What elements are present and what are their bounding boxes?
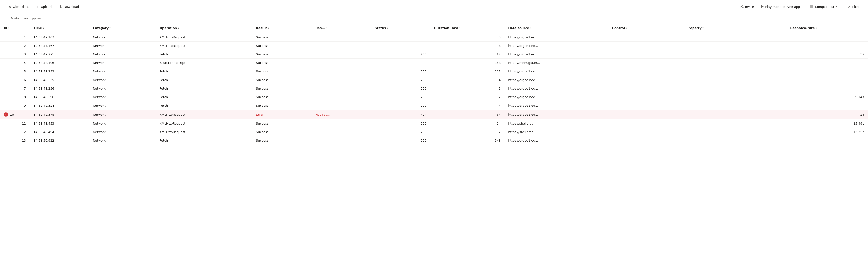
cell-property	[683, 136, 786, 145]
cell-id: 2	[0, 41, 30, 50]
cell-id: 5	[0, 67, 30, 76]
col-header-datasource[interactable]: Data source ▾	[504, 23, 608, 33]
cell-operation: Fetch	[156, 67, 252, 76]
col-header-id[interactable]: Id ▾	[0, 23, 30, 33]
cell-status	[371, 59, 430, 67]
sort-icon-responsesize: ▾	[816, 27, 817, 29]
upload-button[interactable]: ⬆ Upload	[33, 3, 54, 10]
cell-status: 200	[371, 128, 430, 136]
cell-duration: 115	[430, 67, 504, 76]
col-header-result[interactable]: Result ▾	[252, 23, 312, 33]
sort-icon-status: ▾	[387, 27, 388, 29]
col-header-duration[interactable]: Duration (ms) ▾	[430, 23, 504, 33]
cell-result: Success	[252, 41, 312, 50]
cell-time: 14:58:48.453	[30, 119, 89, 128]
cell-datasource: https://mem.gfx.m...	[504, 59, 608, 67]
clear-data-icon: ✕	[8, 5, 11, 9]
sort-icon-control: ▾	[626, 27, 627, 29]
col-header-responsesize[interactable]: Response size ▾	[786, 23, 868, 33]
svg-rect-3	[810, 6, 813, 7]
table-row[interactable]: 614:58:48.235NetworkFetchSuccess2004http…	[0, 76, 868, 84]
cell-datasource: https://shellprod...	[504, 128, 608, 136]
cell-responsesize	[786, 41, 868, 50]
col-header-property[interactable]: Property ▾	[683, 23, 786, 33]
cell-time: 14:58:48.494	[30, 128, 89, 136]
sort-icon-property: ▾	[703, 27, 704, 29]
invite-icon	[740, 4, 744, 9]
compact-list-button[interactable]: Compact list ▾	[807, 3, 839, 10]
play-model-driven-app-button[interactable]: Play model-driven app	[757, 3, 803, 10]
cell-responsesize: 13,352	[786, 128, 868, 136]
cell-datasource: https://orgbe1fed...	[504, 102, 608, 110]
table-row[interactable]: 714:58:48.236NetworkFetchSuccess2005http…	[0, 84, 868, 93]
cell-time: 14:58:47.167	[30, 33, 89, 41]
cell-status: 200	[371, 76, 430, 84]
cell-responsesize	[786, 136, 868, 145]
table-row[interactable]: 514:58:48.233NetworkFetchSuccess200115ht…	[0, 67, 868, 76]
cell-responsesize	[786, 67, 868, 76]
cell-control	[609, 93, 683, 102]
cell-responsesize: 55	[786, 50, 868, 59]
cell-property	[683, 67, 786, 76]
cell-status	[371, 41, 430, 50]
table-row[interactable]: 914:58:48.324NetworkFetchSuccess2004http…	[0, 102, 868, 110]
col-header-res[interactable]: Res... ▾	[312, 23, 371, 33]
table-row[interactable]: 314:58:47.771NetworkFetchSuccess20087htt…	[0, 50, 868, 59]
cell-res	[312, 76, 371, 84]
cell-control	[609, 102, 683, 110]
col-header-status[interactable]: Status ▾	[371, 23, 430, 33]
cell-duration: 24	[430, 119, 504, 128]
cell-control	[609, 136, 683, 145]
cell-status: 404	[371, 110, 430, 119]
cell-responsesize: 25,991	[786, 119, 868, 128]
cell-property	[683, 93, 786, 102]
cell-time: 14:58:48.235	[30, 76, 89, 84]
cell-responsesize	[786, 33, 868, 41]
col-header-time[interactable]: Time ▾	[30, 23, 89, 33]
table-row[interactable]: 1114:58:48.453NetworkXMLHttpRequestSucce…	[0, 119, 868, 128]
compact-list-label: Compact list	[815, 5, 834, 8]
cell-result: Success	[252, 136, 312, 145]
cell-duration: 5	[430, 33, 504, 41]
table-row[interactable]: 114:58:47.167NetworkXMLHttpRequestSucces…	[0, 33, 868, 41]
cell-operation: Fetch	[156, 76, 252, 84]
table-row[interactable]: ✕1014:58:48.378NetworkXMLHttpRequestErro…	[0, 110, 868, 119]
sort-icon-res: ▾	[326, 27, 327, 29]
cell-id: 13	[0, 136, 30, 145]
sort-icon-datasource: ▾	[530, 27, 531, 29]
cell-datasource: https://orgbe1fed...	[504, 41, 608, 50]
download-button[interactable]: ⬇ Download	[56, 3, 82, 10]
table-row[interactable]: 1214:58:48.494NetworkXMLHttpRequestSucce…	[0, 128, 868, 136]
cell-duration: 5	[430, 84, 504, 93]
cell-property	[683, 119, 786, 128]
cell-res: Not Fou...	[312, 110, 371, 119]
svg-rect-4	[810, 7, 813, 8]
cell-control	[609, 67, 683, 76]
play-icon	[761, 5, 764, 9]
table-container: Id ▾ Time ▾ Category ▾	[0, 23, 868, 145]
clear-data-button[interactable]: ✕ Clear data	[6, 4, 32, 10]
cell-id: 6	[0, 76, 30, 84]
table-row[interactable]: 214:58:47.167NetworkXMLHttpRequestSucces…	[0, 41, 868, 50]
table-row[interactable]: 1314:58:50.922NetworkFetchSuccess200348h…	[0, 136, 868, 145]
cell-responsesize: 28	[786, 110, 868, 119]
cell-control	[609, 33, 683, 41]
filter-button[interactable]: Filter	[844, 3, 862, 10]
cell-category: Network	[89, 93, 156, 102]
col-header-operation[interactable]: Operation ▾	[156, 23, 252, 33]
cell-property	[683, 41, 786, 50]
cell-datasource: https://orgbe1fed...	[504, 110, 608, 119]
cell-category: Network	[89, 41, 156, 50]
cell-result: Success	[252, 93, 312, 102]
svg-line-6	[847, 6, 849, 7]
col-header-control[interactable]: Control ▾	[609, 23, 683, 33]
play-label: Play model-driven app	[765, 5, 800, 8]
cell-property	[683, 102, 786, 110]
col-header-category[interactable]: Category ▾	[89, 23, 156, 33]
table-row[interactable]: 414:58:48.106NetworkAssetLoad.ScriptSucc…	[0, 59, 868, 67]
sort-icon-category: ▾	[110, 27, 111, 29]
cell-category: Network	[89, 136, 156, 145]
invite-button[interactable]: Invite	[737, 3, 756, 10]
table-row[interactable]: 814:58:48.296NetworkFetchSuccess20092htt…	[0, 93, 868, 102]
cell-result: Success	[252, 67, 312, 76]
